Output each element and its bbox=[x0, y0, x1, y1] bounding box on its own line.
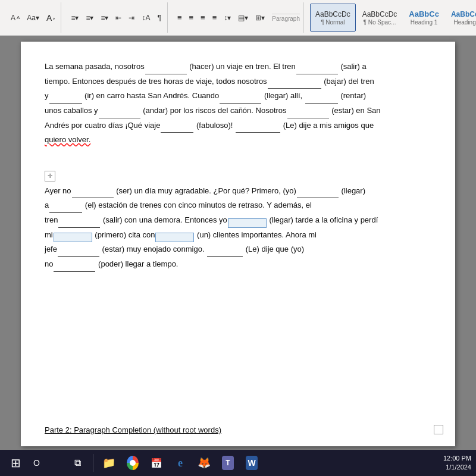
toolbar: AA Aa▾ Aₚ ≡▾ ≡▾ ≡▾ ⇤ ⇥ ↕A ¶ ≡ ≡ ≡ ≡ ↕▾ ▤… bbox=[0, 0, 476, 36]
parte-label-text: Parte 2: Paragraph Completion (without r… bbox=[45, 425, 221, 434]
list-bullets-btn[interactable]: ≡▾ bbox=[68, 12, 81, 23]
firefox-btn[interactable]: 🦊 bbox=[193, 452, 215, 474]
taskbar-divider bbox=[93, 454, 93, 472]
align-left-btn[interactable]: ≡ bbox=[175, 12, 184, 23]
blank-salir[interactable] bbox=[296, 65, 338, 74]
alignment-section: ≡ ≡ ≡ ≡ ↕▾ ▤▾ ⊞▾ Paragraph bbox=[171, 2, 304, 33]
shading-btn[interactable]: ▤▾ bbox=[236, 12, 250, 23]
decrease-indent-btn[interactable]: ⇤ bbox=[113, 12, 124, 23]
blank-llegar[interactable] bbox=[220, 94, 261, 104]
p1-text8: (llegar) allí, bbox=[262, 91, 305, 100]
taskbar: ⊞ O ⧉ 📁 📅 e 🦊 T W 12:00 PM 1/1/2024 bbox=[0, 450, 476, 476]
p1-text1: La semana pasada, nosotros bbox=[45, 62, 145, 71]
blank-rentar[interactable] bbox=[305, 94, 338, 104]
style-h2-preview: AaBbCcE bbox=[451, 10, 476, 18]
blank-llegar2[interactable] bbox=[297, 189, 339, 198]
align-right-btn[interactable]: ≡ bbox=[198, 12, 208, 23]
p2-text8: (llegar) tarde a la oficina y perdí bbox=[267, 215, 378, 224]
blank-el[interactable] bbox=[49, 203, 82, 213]
taskview-btn[interactable]: ⧉ bbox=[67, 452, 88, 474]
blank-fabuloso[interactable] bbox=[161, 123, 193, 133]
p1-text5: (bajar) del tren bbox=[322, 77, 374, 86]
system-clock: 12:00 PM 1/1/2024 bbox=[443, 454, 471, 472]
font-size-btn[interactable]: Aa▾ bbox=[24, 12, 42, 23]
style-normal[interactable]: AaBbCcDc ¶ Normal bbox=[310, 4, 356, 32]
page-checkbox[interactable] bbox=[434, 425, 443, 434]
chrome-icon-btn[interactable] bbox=[122, 452, 143, 474]
p2-text10: (primero) cita con bbox=[93, 230, 155, 239]
paragraph-label: Paragraph bbox=[272, 14, 300, 22]
blank-hacer[interactable] bbox=[145, 65, 187, 74]
teams-icon: T bbox=[222, 456, 234, 470]
move-icon[interactable]: ✛ bbox=[45, 171, 55, 181]
style-nospace-preview: AaBbCcDc bbox=[362, 10, 397, 18]
p2-text4: a bbox=[45, 201, 49, 209]
align-center-btn[interactable]: ≡ bbox=[187, 12, 196, 23]
p1-text16: quiero volver. bbox=[45, 135, 90, 144]
blank-un[interactable] bbox=[155, 233, 194, 242]
windows-start-btn[interactable]: ⊞ bbox=[5, 452, 26, 474]
font-clear-btn[interactable]: Aₚ bbox=[44, 12, 57, 24]
p2-text9: mi bbox=[45, 230, 53, 239]
blank-poder[interactable] bbox=[54, 262, 95, 272]
blank-dije2[interactable] bbox=[207, 248, 243, 257]
p1-text2: (hacer) un viaje en tren. El tren bbox=[187, 62, 296, 71]
teams-btn[interactable]: T bbox=[217, 452, 239, 474]
font-section: AA Aa▾ Aₚ bbox=[5, 2, 61, 33]
p2-text16: (poder) llegar a tiempo. bbox=[96, 259, 178, 268]
word-btn[interactable]: W bbox=[241, 452, 262, 474]
paragraph-1: La semana pasada, nosotros (hacer) un vi… bbox=[45, 60, 431, 148]
sort-btn[interactable]: ↕A bbox=[139, 12, 152, 23]
p2-text2: (ser) un día muy agradable. ¿Por qué? Pr… bbox=[114, 186, 296, 195]
search-btn[interactable]: O bbox=[29, 452, 64, 474]
multilevel-list-btn[interactable]: ≡▾ bbox=[98, 12, 111, 23]
list-numbers-btn[interactable]: ≡▾ bbox=[83, 12, 96, 23]
clock-date: 1/1/2024 bbox=[443, 463, 471, 472]
chrome-icon bbox=[127, 456, 139, 470]
file-explorer-btn[interactable]: 📁 bbox=[98, 452, 120, 474]
paragraph-2: Ayer no (ser) un día muy agradable. ¿Por… bbox=[45, 184, 431, 272]
p1-text10: unos caballos y bbox=[45, 106, 98, 115]
blank-primero[interactable] bbox=[54, 233, 92, 242]
p2-text7: (salir) con una demora. Entonces yo bbox=[101, 215, 227, 224]
line-spacing-btn[interactable]: ↕▾ bbox=[221, 12, 233, 23]
blank-llegar3[interactable] bbox=[228, 218, 267, 228]
justify-btn[interactable]: ≡ bbox=[210, 12, 220, 23]
p2-text11: (un) clientes importantes. Ahora mi bbox=[195, 230, 316, 239]
style-heading2[interactable]: AaBbCcE Heading 2 bbox=[446, 4, 476, 32]
move-icon-container: ✛ bbox=[45, 169, 431, 184]
p2-text12: jefe bbox=[45, 245, 57, 253]
style-nospace[interactable]: AaBbCcDc ¶ No Spac... bbox=[357, 4, 403, 32]
blank-ir[interactable] bbox=[49, 94, 82, 104]
paragraph-2-section: ✛ Ayer no (ser) un día muy agradable. ¿P… bbox=[45, 169, 431, 272]
p1-text15: (Le) dije a mis amigos que bbox=[281, 121, 374, 130]
font-superscript-btn[interactable]: AA bbox=[8, 12, 22, 23]
borders-btn[interactable]: ⊞▾ bbox=[253, 12, 267, 23]
p2-text1: Ayer no bbox=[45, 186, 71, 195]
style-normal-label: ¶ Normal bbox=[321, 19, 345, 26]
p1-text11: (andar) por los riscos del cañón. Nosotr… bbox=[141, 106, 287, 115]
chrome-center bbox=[130, 460, 136, 466]
blank-salir2[interactable] bbox=[58, 218, 100, 228]
blank-estar2[interactable] bbox=[58, 248, 99, 257]
style-h2-label: Heading 2 bbox=[453, 19, 476, 26]
p2-text15: no bbox=[45, 259, 53, 268]
style-heading1[interactable]: AaBbCc Heading 1 bbox=[403, 4, 444, 32]
calendar-btn[interactable]: 📅 bbox=[146, 452, 167, 474]
increase-indent-btn[interactable]: ⇥ bbox=[126, 12, 137, 23]
edge-btn[interactable]: e bbox=[170, 452, 191, 474]
blank-andar[interactable] bbox=[99, 109, 140, 118]
clock-time: 12:00 PM bbox=[443, 454, 471, 463]
p2-text5: (el) estación de trenes con cinco minuto… bbox=[83, 201, 312, 209]
blank-dije1[interactable] bbox=[236, 123, 280, 133]
p2-text6: tren bbox=[45, 215, 58, 224]
blank-bajar[interactable] bbox=[268, 79, 321, 89]
blank-estar[interactable] bbox=[287, 109, 329, 118]
p1-text3: (salir) a bbox=[339, 62, 367, 71]
show-para-btn[interactable]: ¶ bbox=[155, 12, 163, 23]
blank-ser[interactable] bbox=[72, 189, 114, 198]
p1-text12: (estar) en San bbox=[330, 106, 381, 115]
p1-text9: (rentar) bbox=[339, 91, 366, 100]
parte-label: Parte 2: Paragraph Completion (without r… bbox=[45, 424, 221, 437]
style-h1-preview: AaBbCc bbox=[409, 10, 439, 18]
